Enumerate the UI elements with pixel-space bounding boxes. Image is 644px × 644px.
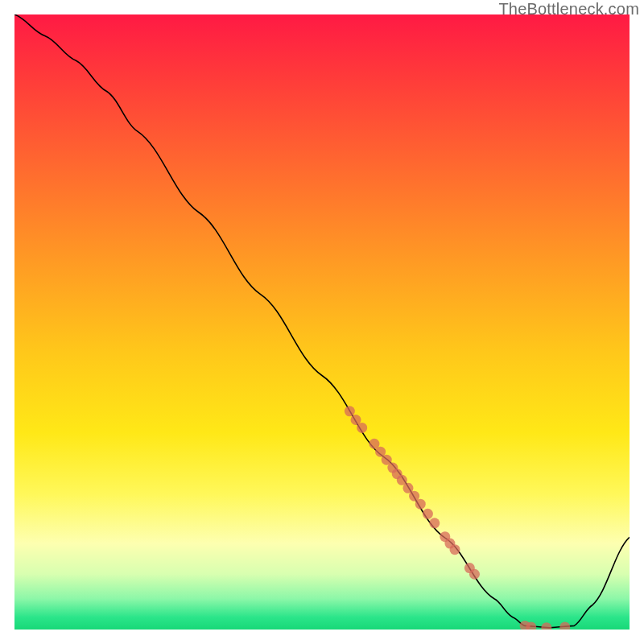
chart-dot — [429, 518, 440, 528]
chart-dot — [415, 499, 426, 510]
chart-dot — [357, 423, 367, 433]
chart-plot-area — [14, 14, 630, 630]
chart-dot — [423, 509, 433, 519]
chart-dot — [450, 544, 460, 555]
chart-container: TheBottleneck.com — [0, 0, 644, 644]
chart-dot — [469, 569, 480, 580]
chart-dot — [559, 621, 570, 630]
chart-dots-group — [345, 406, 570, 630]
chart-curve — [14, 14, 630, 628]
chart-dot — [541, 622, 551, 630]
watermark-text: TheBottleneck.com — [498, 0, 639, 19]
chart-dot — [345, 406, 355, 416]
